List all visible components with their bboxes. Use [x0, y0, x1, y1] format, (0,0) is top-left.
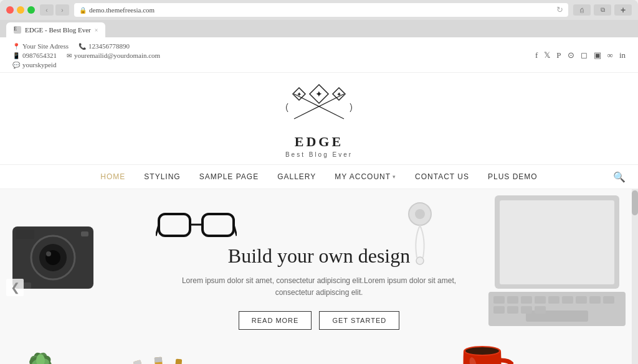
svg-rect-50 — [133, 360, 149, 364]
linkedin-icon[interactable]: in — [619, 50, 626, 60]
browser-back-button[interactable]: ‹ — [40, 4, 54, 16]
svg-rect-52 — [133, 360, 142, 364]
website-content: 📍 Your Site Adress 📞 123456778890 📱 0987… — [0, 37, 638, 364]
skype-text: yourskypeid — [22, 61, 56, 68]
svg-point-22 — [415, 209, 425, 219]
svg-rect-27 — [526, 310, 588, 322]
mobile-item: 📱 0987654321 — [12, 52, 57, 59]
svg-rect-8 — [12, 226, 93, 289]
topbar-contact-info: 📍 Your Site Adress 📞 123456778890 📱 0987… — [12, 42, 160, 68]
hero-content: Build your own design Lorem ipsum dolor … — [163, 245, 475, 330]
read-more-button[interactable]: READ MORE — [239, 311, 312, 330]
svg-rect-28 — [493, 296, 505, 304]
browser-window-controls — [6, 6, 35, 14]
svg-rect-24 — [495, 195, 619, 289]
browser-address-bar[interactable]: 🔒 demo.themefreesia.com ↻ — [74, 3, 568, 17]
topbar: 📍 Your Site Adress 📞 123456778890 📱 0987… — [0, 37, 638, 73]
browser-tab[interactable]: E EDGE - Best Blog Ever × — [6, 22, 105, 37]
share-button[interactable]: ⎙ — [573, 4, 591, 16]
svg-rect-29 — [507, 296, 518, 304]
social-links: f 𝕏 P ⊙ ◻ ▣ ∞ in — [535, 50, 626, 60]
svg-rect-38 — [507, 306, 518, 314]
svg-rect-39 — [521, 306, 532, 314]
svg-point-61 — [469, 357, 478, 364]
svg-rect-25 — [500, 200, 614, 284]
reload-icon[interactable]: ↻ — [556, 5, 563, 15]
scrollbar-thumb[interactable] — [632, 190, 638, 215]
tumblr-icon[interactable]: ▣ — [594, 50, 601, 60]
get-started-button[interactable]: GET STARTED — [319, 311, 399, 330]
location-icon: 📍 — [12, 43, 20, 50]
svg-point-48 — [31, 357, 50, 364]
svg-rect-56 — [173, 359, 182, 364]
pencils-object — [125, 348, 212, 364]
coffee-cup-object — [451, 329, 513, 364]
svg-rect-40 — [535, 306, 546, 314]
svg-rect-32 — [548, 296, 559, 304]
svg-rect-37 — [493, 306, 505, 314]
browser-chrome: ‹ › 🔒 demo.themefreesia.com ↻ ⎙ ⧉ + E ED… — [0, 0, 638, 37]
svg-line-20 — [234, 225, 237, 236]
tab-close-button[interactable]: × — [95, 27, 98, 34]
svg-point-11 — [45, 250, 60, 265]
topbar-row-1: 📍 Your Site Adress 📞 123456778890 — [12, 42, 160, 50]
browser-tab-bar: E EDGE - Best Blog Ever × — [0, 20, 638, 37]
svg-rect-31 — [535, 296, 546, 304]
email-item: ✉ youremailid@yourdomain.com — [67, 52, 160, 59]
nav-item-home[interactable]: HOME — [100, 172, 125, 181]
nav-item-sample-page[interactable]: SAMPLE PAGE — [199, 172, 259, 181]
page-scrollbar[interactable] — [632, 189, 638, 364]
browser-action-buttons: ⎙ ⧉ + — [573, 4, 632, 16]
facebook-icon[interactable]: f — [535, 50, 538, 60]
minimize-dot[interactable] — [17, 6, 24, 14]
address-text: Your Site Adress — [22, 42, 69, 50]
nav-item-styling[interactable]: STYLING — [144, 172, 180, 181]
skype-icon: 💬 — [12, 62, 20, 68]
svg-point-59 — [464, 346, 501, 356]
svg-point-49 — [36, 354, 45, 364]
svg-point-60 — [465, 347, 499, 355]
dribbble-icon[interactable]: ⊙ — [568, 50, 574, 60]
tab-label: EDGE - Best Blog Ever — [25, 26, 91, 34]
svg-point-44 — [31, 351, 50, 364]
nav-item-plus-demo[interactable]: PLUS DEMO — [488, 172, 538, 181]
vk-icon[interactable]: ∞ — [607, 50, 613, 60]
svg-point-43 — [31, 351, 50, 364]
svg-rect-14 — [81, 231, 88, 236]
maximize-dot[interactable] — [27, 6, 35, 14]
svg-rect-35 — [589, 296, 601, 304]
svg-rect-36 — [603, 296, 614, 304]
instagram-icon[interactable]: ◻ — [581, 50, 588, 60]
nav-item-my-account[interactable]: MY ACCOUNT ▾ — [335, 172, 396, 181]
duplicate-button[interactable]: ⧉ — [594, 4, 611, 16]
svg-point-10 — [39, 244, 67, 271]
hero-title: Build your own design — [163, 245, 475, 268]
svg-rect-33 — [562, 296, 573, 304]
svg-rect-55 — [155, 357, 163, 363]
skype-item: 💬 yourskypeid — [12, 61, 56, 68]
laptop-object — [476, 189, 638, 338]
svg-point-45 — [27, 352, 53, 364]
logo-area[interactable]: ✦ ✦ ✦ EDGE Best Blog Ever — [282, 82, 356, 158]
topbar-row-2: 📱 0987654321 ✉ youremailid@yourdomain.co… — [12, 52, 160, 59]
address-item: 📍 Your Site Adress — [12, 42, 69, 50]
ssl-lock-icon: 🔒 — [79, 7, 87, 14]
phone-text: 123456778890 — [88, 42, 130, 50]
pinterest-icon[interactable]: P — [556, 50, 561, 60]
site-header: ✦ ✦ ✦ EDGE Best Blog Ever — [0, 73, 638, 164]
search-icon[interactable]: 🔍 — [613, 171, 626, 183]
nav-menu: HOME STYLING SAMPLE PAGE GALLERY MY ACCO… — [100, 172, 537, 181]
close-dot[interactable] — [6, 6, 14, 14]
chevron-down-icon: ▾ — [393, 174, 396, 180]
main-navigation: HOME STYLING SAMPLE PAGE GALLERY MY ACCO… — [0, 164, 638, 189]
twitter-icon[interactable]: 𝕏 — [544, 50, 550, 60]
svg-point-21 — [409, 203, 431, 225]
svg-rect-53 — [155, 357, 165, 364]
svg-point-47 — [29, 355, 53, 364]
nav-item-gallery[interactable]: GALLERY — [277, 172, 316, 181]
svg-point-12 — [46, 251, 51, 256]
new-tab-button[interactable]: + — [614, 4, 632, 16]
hero-prev-button[interactable]: ❮ — [6, 279, 24, 296]
browser-forward-button[interactable]: › — [55, 4, 69, 16]
nav-item-contact-us[interactable]: CONTACT US — [415, 172, 469, 181]
